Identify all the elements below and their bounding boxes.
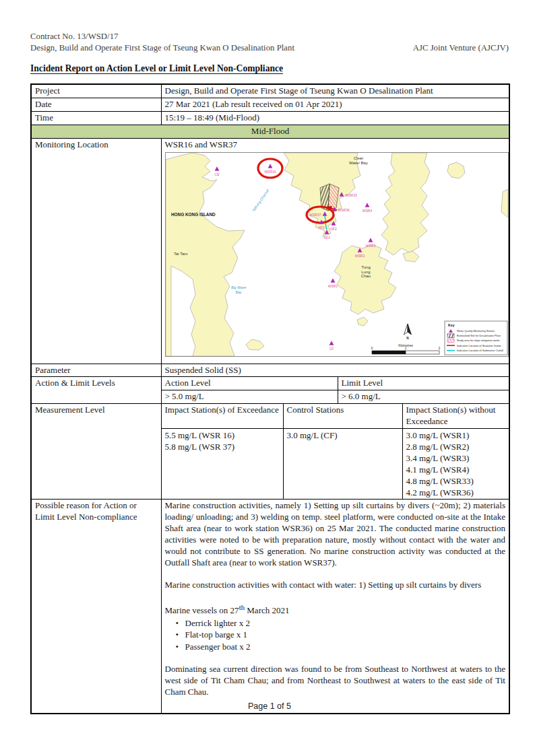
station-label: CF — [329, 346, 334, 350]
station-label: NF2 — [330, 226, 337, 230]
station-label: WSR3 — [365, 243, 375, 247]
time-value: 15:19 – 18:49 (Mid-Flood) — [161, 112, 509, 125]
header-venture: AJC Joint Venture (AJCJV) — [413, 42, 509, 54]
bullet-icon: • — [165, 641, 185, 653]
header-project-line: Design, Build and Operate First Stage of… — [30, 42, 294, 54]
monitoring-location-value: WSR16 and WSR37 — [165, 139, 506, 151]
action-level-value: > 5.0 mg/L — [161, 390, 338, 404]
map-station-WSR4: WSR4 — [362, 203, 372, 212]
station-triangle-icon — [365, 203, 369, 207]
bullet-text: Flat-top barge x 1 — [185, 629, 248, 641]
land-islet-east — [403, 251, 419, 262]
bullet-icon: • — [165, 617, 185, 629]
land-right-edge — [501, 189, 508, 217]
map-key-legend: KeyWater Quality Monitoring StationEarma… — [445, 321, 507, 355]
reason-paragraph: Dominating sea current direction was fou… — [165, 664, 506, 698]
limit-level-value: > 6.0 mg/L — [338, 390, 509, 404]
station-triangle-icon — [368, 238, 373, 242]
key-entry-label: Indicative Location of Seawater Intake — [457, 344, 501, 347]
map-station-CE: CE — [214, 166, 220, 176]
map-station-WSR36: WSR36 — [332, 207, 349, 211]
station-label: NF3 — [323, 235, 330, 239]
map-station-WSR3: WSR3 — [365, 238, 375, 247]
bullet-item: •Flat-top barge x 1 — [165, 629, 506, 641]
incident-report-page: Contract No. 13/WSD/17 Design, Build and… — [0, 0, 535, 756]
key-entry-label: Study area for slope mitigation works — [457, 339, 500, 342]
measurement-value: 2.8 mg/L (WSR2) — [406, 441, 506, 452]
station-triangle-icon — [268, 164, 272, 168]
key-entry-label: Earmarked Site for Desalination Plant — [457, 334, 501, 337]
key-earmarked-site-icon — [447, 334, 454, 338]
station-label: WSR33 — [345, 193, 356, 197]
limit-level-header: Limit Level — [338, 377, 509, 390]
measurement-value: 4.2 mg/L (WSR36) — [406, 487, 506, 498]
land-islet-bottomleft — [246, 339, 264, 350]
map-place-label: Tathong Channel — [251, 188, 270, 212]
key-entry-label: Water Quality Monitoring Station — [457, 329, 495, 332]
station-label: WSR37 — [309, 212, 321, 216]
measurement-value: 3.0 mg/L (CF) — [287, 429, 399, 441]
scale-tick-label: 0 — [371, 346, 373, 349]
measurement-col3-values: 3.0 mg/L (WSR1)2.8 mg/L (WSR2)3.4 mg/L (… — [402, 429, 509, 500]
vessel-bullet-list: •Derrick lighter x 2•Flat-top barge x 1•… — [165, 617, 506, 653]
station-label: WSR1 — [327, 283, 338, 287]
measurement-col2-header: Control Stations — [283, 404, 402, 429]
map-station-WSR16: WSR16 — [258, 159, 282, 178]
reason-paragraph: Marine construction activities with cont… — [165, 580, 506, 591]
measurement-value: 4.1 mg/L (WSR4) — [406, 464, 506, 475]
map-place-label: Big WaveBay — [230, 285, 245, 294]
document-header: Contract No. 13/WSD/17 Design, Build and… — [30, 31, 509, 53]
measurement-value: 4.8 mg/L (WSR33) — [406, 475, 506, 487]
station-triangle-icon — [214, 166, 219, 171]
land-tung-lung-chau — [334, 244, 396, 314]
scale-bar: Kilometres 012 — [371, 344, 440, 354]
land-clear-water-bay-peninsula — [381, 153, 430, 255]
page-number: Page 1 of 5 — [30, 701, 509, 711]
bullet-text: Derrick lighter x 2 — [185, 617, 250, 629]
station-label: CE — [214, 172, 220, 176]
levels-label: Action & Limit Levels — [31, 377, 161, 404]
key-title: Key — [448, 323, 455, 327]
measurement-col1-header: Impact Station(s) of Exceedance — [161, 404, 283, 429]
measurement-col3-header: Impact Station(s) without Exceedance — [402, 404, 509, 429]
reason-content: Marine construction activities, namely 1… — [161, 500, 509, 714]
exceedance-highlight-circle — [258, 159, 282, 178]
parameter-label: Parameter — [31, 364, 161, 377]
bullet-item: •Passenger boat x 2 — [165, 641, 506, 653]
date-value: 27 Mar 2021 (Lab result received on 01 A… — [161, 98, 509, 112]
map-place-label: TungLungChau — [360, 265, 370, 278]
measurement-value: 5.5 mg/L (WSR 16) — [165, 429, 280, 441]
reason-label: Possible reason for Action or Limit Leve… — [31, 500, 161, 714]
measurement-col2-values: 3.0 mg/L (CF) — [283, 429, 402, 500]
key-entry-label: Indicative Location of Submarine Outfall — [457, 349, 503, 352]
reason-paragraph: Marine construction activities, namely 1… — [165, 500, 506, 568]
station-location-map: CEWSR16WSR33WSR36WSR4WSR37NF1NF2NF3WSR3W… — [165, 152, 509, 357]
measurement-label: Measurement Level — [31, 404, 161, 500]
incident-table: Project Design, Build and Operate First … — [30, 83, 510, 714]
land-small-island-topright — [447, 162, 465, 178]
parameter-value: Suspended Solid (SS) — [161, 364, 509, 377]
station-triangle-icon — [330, 278, 335, 283]
station-label: WSR2 — [354, 253, 365, 257]
station-label: WSR36 — [338, 207, 349, 211]
key-study-area-icon — [447, 339, 454, 343]
measurement-value: 5.8 mg/L (WSR 37) — [165, 441, 280, 452]
bullet-text: Passenger boat x 2 — [185, 641, 251, 653]
map-place-label: HONG KONG ISLAND — [171, 212, 216, 217]
measurement-col1-values: 5.5 mg/L (WSR 16)5.8 mg/L (WSR 37) — [161, 429, 283, 500]
station-label: WSR4 — [362, 208, 372, 212]
contract-number: Contract No. 13/WSD/17 — [30, 31, 509, 42]
monitoring-location-cell: WSR16 and WSR37 — [161, 138, 509, 364]
measurement-value: 3.4 mg/L (WSR3) — [406, 452, 506, 464]
scale-tick-label: 1 — [404, 346, 406, 349]
svg-text:N: N — [406, 337, 409, 340]
map-station-CF: CF — [329, 341, 334, 350]
tide-banner: Mid-Flood — [31, 125, 509, 138]
map-station-WSR1: WSR1 — [327, 278, 338, 287]
page-title: Incident Report on Action Level or Limit… — [30, 63, 509, 74]
map-station-WSR33: WSR33 — [339, 192, 356, 197]
station-label: NF1 — [318, 225, 325, 229]
station-triangle-icon — [329, 341, 334, 345]
bullet-item: •Derrick lighter x 2 — [165, 617, 506, 629]
action-level-header: Action Level — [161, 377, 338, 390]
